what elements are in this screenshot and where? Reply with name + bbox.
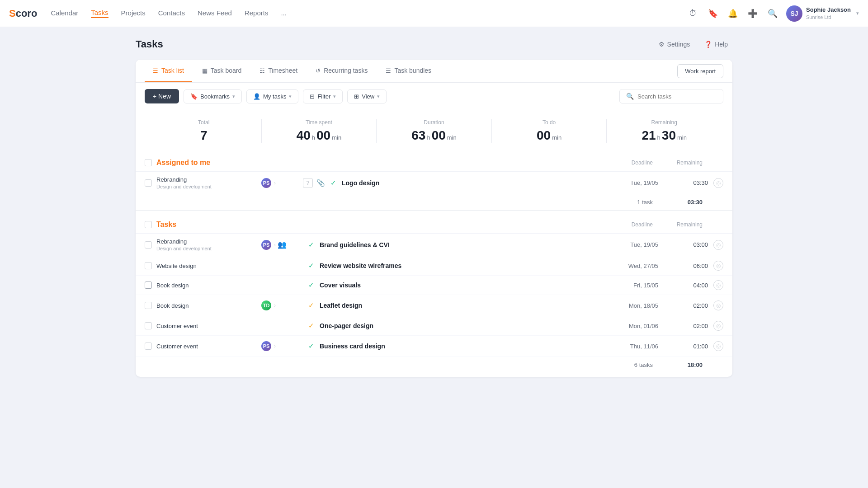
task-complete-button[interactable]: ◎: [713, 341, 723, 351]
search-small-icon: 🔍: [626, 93, 634, 100]
help-icon: ❓: [704, 41, 712, 48]
user-profile[interactable]: SJ Sophie Jackson Sunrise Ltd ▾: [786, 5, 859, 22]
view-icon: ⊞: [354, 93, 359, 100]
task-complete-button[interactable]: ◎: [713, 240, 723, 250]
my-tasks-button[interactable]: 👤 My tasks ▾: [246, 89, 298, 103]
tab-task-board[interactable]: ▦ Task board: [194, 60, 250, 82]
task-complete-button[interactable]: ◎: [713, 321, 723, 331]
task-project: Book design: [156, 302, 256, 309]
view-button[interactable]: ⊞ View ▾: [347, 89, 387, 103]
task-deadline: Fri, 15/05: [609, 282, 658, 289]
assigned-summary-remaining: 03:30: [653, 199, 703, 206]
stats-bar: Total 7 Time spent 40 h 00 min Duration …: [136, 110, 732, 152]
chevron-down-icon: ▾: [377, 94, 380, 99]
arrow-icon: ›: [274, 242, 276, 248]
nav-calendar[interactable]: Calendar: [51, 9, 78, 18]
timer-icon[interactable]: ⏱: [687, 7, 699, 20]
task-checkbox[interactable]: [145, 262, 152, 269]
search-input[interactable]: [637, 93, 717, 100]
task-assignees: PS ›: [260, 177, 297, 189]
tasks-deadline-col: Deadline: [603, 221, 653, 228]
stat-time-spent: Time spent 40 h 00 min: [261, 119, 377, 143]
task-row[interactable]: Book design ✓ Cover visuals Fri, 15/05 0…: [136, 276, 732, 295]
page-container: Tasks ⚙ Settings ❓ Help ☰ Task list ▦ T: [127, 27, 741, 388]
task-complete-button[interactable]: ◎: [713, 178, 723, 188]
timesheet-icon: ☷: [259, 67, 265, 74]
task-checkbox[interactable]: [145, 302, 152, 309]
task-status-done-icon: ✓: [330, 179, 336, 187]
task-status-icon: ✓: [308, 281, 314, 289]
task-name: Leaflet design: [320, 302, 609, 309]
task-checkbox[interactable]: [145, 179, 152, 187]
tasks-select-all[interactable]: [145, 221, 152, 228]
search-icon[interactable]: 🔍: [766, 7, 779, 20]
new-task-button[interactable]: + New: [145, 89, 179, 103]
nav-contacts[interactable]: Contacts: [158, 9, 185, 18]
user-name: Sophie Jackson: [806, 6, 851, 14]
task-assignees: PS › 👥: [260, 239, 297, 251]
task-name: Business card design: [320, 343, 609, 350]
task-project: Rebranding: [156, 176, 256, 183]
task-name: Brand guidelines & CVI: [320, 241, 609, 249]
help-button[interactable]: ❓ Help: [700, 38, 732, 51]
nav-links: Calendar Tasks Projects Contacts News Fe…: [51, 9, 687, 18]
tab-timesheet[interactable]: ☷ Timesheet: [251, 60, 306, 82]
nav-projects[interactable]: Projects: [121, 9, 146, 18]
task-status-icon: ✓: [308, 241, 314, 249]
user-company: Sunrise Ltd: [806, 14, 851, 20]
chevron-down-icon: ▾: [289, 94, 292, 99]
task-status-icon: ✓: [308, 262, 314, 270]
task-name: One-pager design: [320, 322, 609, 329]
assignee-avatar: TD: [260, 300, 272, 311]
task-checkbox[interactable]: [145, 282, 152, 289]
task-status-icon: ✓: [308, 322, 314, 330]
task-status-icon: ✓: [308, 301, 314, 310]
bundles-icon: ☰: [386, 67, 391, 74]
task-checkbox[interactable]: [145, 241, 152, 249]
stat-to-do: To do 00 min: [491, 119, 607, 143]
task-checkbox[interactable]: [145, 322, 152, 329]
work-report-button[interactable]: Work report: [677, 64, 723, 78]
tab-task-bundles[interactable]: ☰ Task bundles: [377, 60, 439, 82]
task-row[interactable]: Book design TD › ✓ Leaflet design Mon, 1…: [136, 295, 732, 316]
tasks-section: Tasks Deadline Remaining Rebranding Desi…: [136, 214, 732, 377]
notification-icon[interactable]: 🔔: [726, 7, 739, 20]
chevron-down-icon: ▾: [232, 94, 235, 99]
task-project: Rebranding: [156, 238, 256, 245]
nav-right-icons: ⏱ 🔖 🔔 ➕ 🔍 SJ Sophie Jackson Sunrise Ltd …: [687, 5, 859, 22]
filter-button[interactable]: ⊟ Filter ▾: [303, 89, 343, 103]
nav-more[interactable]: ...: [281, 9, 287, 18]
task-row[interactable]: Rebranding Design and development PS › 👥…: [136, 234, 732, 256]
avatar: SJ: [786, 5, 802, 22]
tasks-section-title: Tasks: [156, 221, 603, 229]
task-complete-button[interactable]: ◎: [713, 261, 723, 271]
task-subproject: Design and development: [156, 184, 256, 189]
task-row[interactable]: Rebranding Design and development PS › ?…: [136, 172, 732, 194]
settings-button[interactable]: ⚙ Settings: [654, 38, 695, 51]
page-header: Tasks ⚙ Settings ❓ Help: [136, 38, 732, 51]
nav-reports[interactable]: Reports: [245, 9, 269, 18]
task-row[interactable]: Customer event PS › ✓ Business card desi…: [136, 336, 732, 357]
bookmarks-button[interactable]: 🔖 Bookmarks ▾: [184, 89, 242, 103]
task-row[interactable]: Website design ✓ Review website wirefram…: [136, 256, 732, 276]
task-complete-button[interactable]: ◎: [713, 280, 723, 290]
task-icons: ? 📎: [303, 178, 325, 188]
task-remaining: 01:00: [658, 343, 708, 350]
tab-task-list[interactable]: ☰ Task list: [145, 60, 192, 82]
task-checkbox[interactable]: [145, 343, 152, 350]
task-row[interactable]: Customer event ✓ One-pager design Mon, 0…: [136, 316, 732, 336]
section-select-all-assigned[interactable]: [145, 159, 152, 166]
tab-recurring-tasks[interactable]: ↺ Recurring tasks: [307, 60, 376, 82]
search-box[interactable]: 🔍: [619, 89, 723, 103]
task-deadline: Tue, 19/05: [609, 179, 658, 186]
logo[interactable]: Scoro: [9, 8, 37, 19]
task-complete-button[interactable]: ◎: [713, 300, 723, 310]
bookmark-icon[interactable]: 🔖: [707, 7, 719, 20]
nav-tasks[interactable]: Tasks: [91, 9, 108, 18]
task-project: Customer event: [156, 323, 256, 329]
paperclip-icon: 📎: [316, 179, 325, 187]
assignee-avatar: PS: [260, 239, 272, 251]
add-icon[interactable]: ➕: [746, 7, 759, 20]
task-name: Logo design: [342, 179, 609, 187]
nav-news-feed[interactable]: News Feed: [198, 9, 232, 18]
